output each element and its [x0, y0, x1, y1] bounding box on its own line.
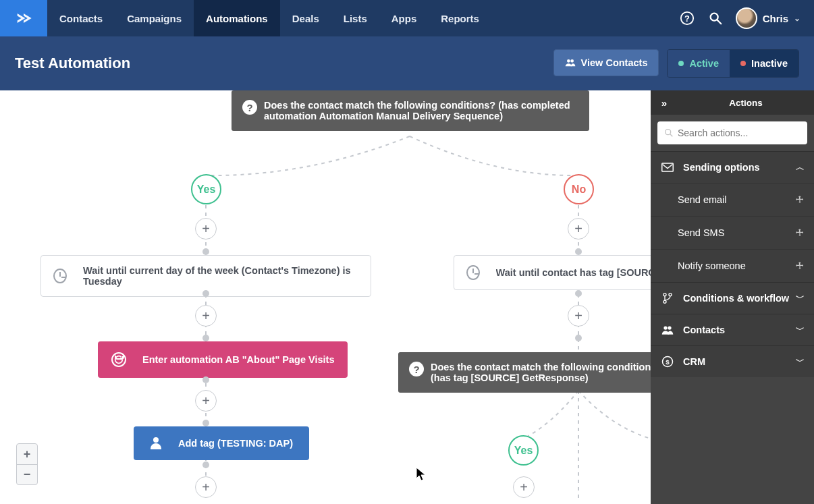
page-title: Test Automation — [15, 55, 130, 72]
add-node-button[interactable]: + — [195, 390, 217, 412]
svg-point-5 — [570, 59, 574, 63]
people-icon — [660, 325, 675, 335]
action-send-email[interactable]: Send email — [651, 183, 814, 216]
status-active-button[interactable]: Active — [668, 50, 730, 77]
clock-icon — [466, 265, 480, 280]
question-icon: ? — [409, 362, 424, 376]
chevron-down-icon: ﹀ — [796, 292, 805, 304]
action-label: Notify someone — [678, 260, 746, 271]
nav-automations[interactable]: Automations — [194, 0, 280, 36]
svg-point-11 — [663, 293, 666, 296]
enter-automation-node[interactable]: Enter automation AB "About" Page Visits — [98, 341, 348, 378]
app-logo[interactable] — [0, 0, 47, 36]
question-icon: ? — [242, 100, 257, 115]
svg-rect-10 — [662, 163, 674, 171]
nav-reports[interactable]: Reports — [429, 0, 491, 36]
action-label: Send SMS — [678, 227, 724, 238]
drag-handle-icon — [795, 195, 805, 204]
panel-title: Actions — [678, 98, 814, 108]
category-label: CRM — [683, 356, 705, 367]
connector-dot — [575, 335, 582, 341]
search-actions-input[interactable] — [657, 121, 807, 144]
action-label: Send email — [678, 194, 727, 205]
mail-icon — [660, 163, 675, 172]
add-node-button[interactable]: + — [195, 305, 217, 327]
chevron-down-icon: ﹀ — [796, 324, 805, 336]
connector-lines: .dash{stroke:#c4c8ce;stroke-width:2;stro… — [0, 90, 651, 504]
chevron-down-icon: ⌄ — [794, 13, 801, 23]
actions-panel: » Actions Sending options ︿ Send email S… — [651, 90, 814, 504]
action-notify-someone[interactable]: Notify someone — [651, 249, 814, 282]
branch-no[interactable]: No — [564, 174, 594, 204]
nav-deals[interactable]: Deals — [280, 0, 331, 36]
condition-node-1[interactable]: ? Does the contact match the following c… — [232, 90, 589, 131]
connector-dot — [202, 376, 209, 383]
top-nav: Contacts Campaigns Automations Deals Lis… — [0, 0, 814, 36]
add-node-button[interactable]: + — [568, 218, 589, 240]
wait-node-right[interactable]: Wait until contact has tag [SOURCE] GetR… — [454, 255, 651, 290]
status-active-label: Active — [689, 58, 719, 69]
panel-search — [651, 115, 814, 151]
category-contacts[interactable]: Contacts ﹀ — [651, 314, 814, 345]
wait-right-text: Wait until contact has tag [SOURCE] GetR… — [496, 267, 651, 278]
branch-yes-2[interactable]: Yes — [508, 435, 539, 466]
nav-lists[interactable]: Lists — [331, 0, 379, 36]
user-name: Chris — [763, 13, 788, 24]
chevron-logo-icon — [14, 9, 33, 28]
chevron-down-icon: ﹀ — [796, 356, 805, 368]
user-icon — [150, 437, 162, 449]
user-menu[interactable]: Chris ⌄ — [736, 7, 801, 29]
refresh-icon — [111, 352, 126, 367]
enter-automation-text: Enter automation AB "About" Page Visits — [142, 354, 334, 365]
subheader-actions: View Contacts Active Inactive — [553, 49, 799, 78]
action-send-sms[interactable]: Send SMS — [651, 216, 814, 249]
collapse-panel-button[interactable]: » — [651, 97, 678, 109]
category-label: Conditions & workflow — [683, 293, 789, 304]
branch-yes[interactable]: Yes — [191, 174, 221, 204]
automation-canvas[interactable]: .dash{stroke:#c4c8ce;stroke-width:2;stro… — [0, 90, 651, 504]
status-dot-inactive — [740, 61, 746, 66]
drag-handle-icon — [795, 261, 805, 271]
nav-right: ? Chris ⌄ — [679, 0, 814, 36]
zoom-out-button[interactable]: − — [17, 464, 37, 484]
category-crm[interactable]: $ CRM ﹀ — [651, 345, 814, 377]
panel-header: » Actions — [651, 90, 814, 115]
mouse-cursor-icon — [416, 467, 427, 482]
sub-header: Test Automation View Contacts Active Ina… — [0, 36, 814, 90]
nav-apps[interactable]: Apps — [379, 0, 429, 36]
add-node-button[interactable]: + — [513, 476, 535, 498]
avatar — [736, 7, 757, 29]
svg-line-3 — [717, 20, 721, 24]
svg-text:$: $ — [666, 358, 670, 366]
condition-node-2[interactable]: ? Does the contact match the following c… — [398, 352, 651, 393]
zoom-controls: + − — [16, 443, 38, 485]
chevron-up-icon: ︿ — [796, 161, 805, 173]
svg-point-4 — [567, 59, 570, 63]
add-node-button[interactable]: + — [195, 218, 217, 240]
nav-campaigns[interactable]: Campaigns — [115, 0, 194, 36]
category-label: Contacts — [683, 325, 725, 335]
connector-dot — [202, 461, 209, 468]
branch-icon — [660, 292, 675, 304]
people-icon — [565, 57, 576, 68]
connector-dot — [575, 290, 582, 297]
add-tag-node[interactable]: Add tag (TESTING: DAP) — [134, 426, 309, 460]
condition-2-text: Does the contact match the following con… — [431, 362, 651, 383]
nav-contacts[interactable]: Contacts — [47, 0, 115, 36]
search-icon[interactable] — [707, 10, 724, 26]
svg-point-12 — [669, 293, 672, 296]
drag-handle-icon — [795, 228, 805, 237]
status-inactive-label: Inactive — [751, 58, 788, 69]
svg-point-13 — [663, 300, 666, 303]
zoom-in-button[interactable]: + — [17, 444, 37, 464]
view-contacts-button[interactable]: View Contacts — [553, 49, 659, 76]
category-sending-options[interactable]: Sending options ︿ — [651, 151, 814, 183]
svg-line-9 — [670, 134, 672, 136]
add-node-button[interactable]: + — [195, 476, 217, 498]
category-conditions-workflow[interactable]: Conditions & workflow ﹀ — [651, 282, 814, 314]
category-label: Sending options — [683, 162, 760, 173]
status-inactive-button[interactable]: Inactive — [730, 50, 798, 77]
help-icon[interactable]: ? — [679, 10, 695, 26]
connector-dot — [202, 420, 209, 426]
add-node-button[interactable]: + — [568, 305, 589, 327]
